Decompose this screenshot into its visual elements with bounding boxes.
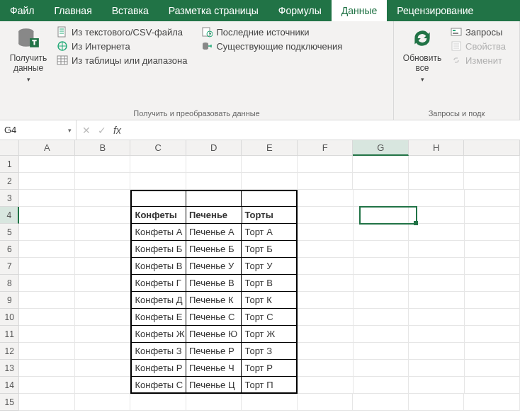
cell[interactable]: Печенье У — [186, 258, 242, 275]
cell[interactable] — [298, 224, 354, 241]
cell[interactable] — [465, 292, 521, 309]
cell[interactable] — [409, 292, 465, 309]
cell[interactable]: Конфеты А — [130, 224, 186, 241]
cell[interactable] — [298, 326, 354, 343]
cell[interactable] — [19, 326, 75, 343]
cell[interactable] — [298, 309, 354, 326]
cell[interactable] — [409, 224, 465, 241]
cell[interactable] — [354, 207, 409, 224]
cell[interactable] — [186, 173, 242, 190]
cell[interactable]: Конфеты С — [130, 377, 186, 394]
column-header[interactable]: A — [19, 140, 75, 156]
edit-links-button[interactable]: Изменит — [451, 55, 506, 66]
cell[interactable]: Конфеты Е — [130, 309, 186, 326]
cell[interactable] — [298, 394, 354, 411]
tab-insert[interactable]: Вставка — [102, 0, 159, 21]
cell[interactable] — [75, 275, 131, 292]
cell[interactable] — [19, 360, 75, 377]
cell[interactable] — [75, 292, 131, 309]
cell[interactable] — [75, 394, 131, 411]
cell[interactable] — [465, 224, 521, 241]
row-header[interactable]: 8 — [0, 275, 19, 292]
column-header[interactable] — [464, 140, 520, 156]
get-data-button[interactable]: Получить данные ▾ — [4, 25, 52, 109]
cancel-icon[interactable]: ✕ — [82, 125, 91, 136]
cell[interactable] — [409, 394, 465, 411]
column-header[interactable]: D — [186, 140, 242, 156]
tab-review[interactable]: Рецензирование — [387, 0, 483, 21]
row-header[interactable]: 11 — [0, 326, 19, 343]
cell[interactable] — [75, 309, 131, 326]
tab-layout[interactable]: Разметка страницы — [159, 0, 269, 21]
cell[interactable] — [354, 326, 409, 343]
cell[interactable] — [354, 343, 409, 360]
cell[interactable] — [354, 309, 409, 326]
cell[interactable] — [298, 156, 354, 173]
cell[interactable] — [242, 394, 298, 411]
cell[interactable] — [298, 190, 354, 207]
column-header[interactable]: H — [409, 140, 465, 156]
spreadsheet-grid[interactable]: ABCDEFGH123Таблица №24КонфетыПеченьеТорт… — [0, 140, 520, 411]
cell[interactable] — [409, 275, 465, 292]
from-web-button[interactable]: Из Интернета — [57, 40, 187, 52]
cell[interactable] — [354, 224, 409, 241]
cell[interactable]: Печенье — [186, 207, 242, 224]
cell[interactable] — [298, 360, 354, 377]
cell[interactable] — [19, 224, 75, 241]
row-header[interactable]: 2 — [0, 173, 19, 190]
cell[interactable] — [19, 241, 75, 258]
cell[interactable] — [19, 343, 75, 360]
cell[interactable] — [354, 360, 409, 377]
cell[interactable] — [354, 275, 409, 292]
cell[interactable] — [409, 343, 465, 360]
cell[interactable] — [465, 258, 521, 275]
cell[interactable]: Печенье Ч — [186, 360, 242, 377]
cell[interactable] — [242, 173, 298, 190]
row-header[interactable]: 14 — [0, 377, 19, 394]
cell[interactable] — [409, 207, 465, 224]
cell[interactable] — [354, 258, 409, 275]
cell[interactable] — [354, 190, 409, 207]
cell[interactable]: Конфеты Г — [130, 275, 186, 292]
cell[interactable]: Конфеты Б — [130, 241, 186, 258]
cell[interactable]: Торт В — [242, 275, 298, 292]
cell[interactable] — [186, 156, 242, 173]
cell[interactable]: Торт Б — [242, 241, 298, 258]
queries-button[interactable]: Запросы — [451, 26, 506, 38]
cell[interactable] — [242, 190, 298, 207]
row-header[interactable]: 9 — [0, 292, 19, 309]
cell[interactable]: Печенье Ю — [186, 326, 242, 343]
cell[interactable] — [464, 173, 520, 190]
recent-sources-button[interactable]: Последние источники — [201, 26, 342, 38]
cell[interactable]: Печенье А — [186, 224, 242, 241]
row-header[interactable]: 12 — [0, 343, 19, 360]
cell[interactable] — [465, 275, 521, 292]
cell[interactable] — [298, 258, 354, 275]
cell[interactable] — [19, 292, 75, 309]
cell[interactable] — [186, 190, 242, 207]
row-header[interactable]: 1 — [0, 156, 19, 173]
cell[interactable] — [465, 309, 521, 326]
row-header[interactable]: 13 — [0, 360, 19, 377]
row-header[interactable]: 10 — [0, 309, 19, 326]
cell[interactable]: Конфеты Д — [130, 292, 186, 309]
cell[interactable] — [242, 156, 298, 173]
cell[interactable] — [409, 377, 465, 394]
cell[interactable]: Торт З — [242, 343, 298, 360]
cell[interactable] — [298, 173, 354, 190]
cell[interactable] — [353, 173, 409, 190]
column-header[interactable]: E — [242, 140, 298, 156]
cell[interactable]: Таблица №2 — [130, 190, 186, 207]
cell[interactable] — [186, 394, 242, 411]
cell[interactable] — [75, 241, 131, 258]
cell[interactable] — [465, 377, 521, 394]
cell[interactable] — [298, 292, 354, 309]
tab-file[interactable]: Файл — [0, 0, 44, 21]
properties-button[interactable]: Свойства — [451, 40, 506, 52]
cell[interactable] — [465, 343, 521, 360]
cell[interactable] — [298, 207, 354, 224]
cell[interactable] — [409, 241, 465, 258]
cell[interactable]: Конфеты З — [130, 343, 186, 360]
cell[interactable]: Конфеты В — [130, 258, 186, 275]
cell[interactable]: Печенье Р — [186, 343, 242, 360]
